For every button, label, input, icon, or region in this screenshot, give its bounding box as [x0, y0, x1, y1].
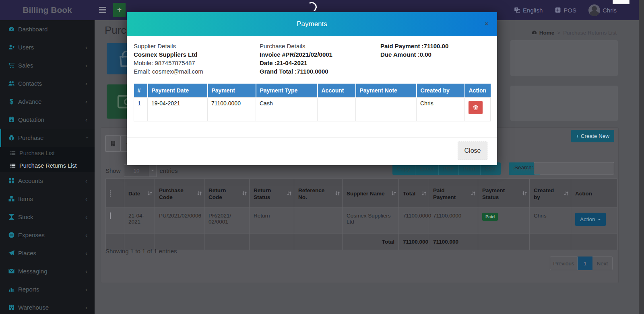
- receipt-icon: [110, 140, 116, 147]
- payments-modal: Payments × Supplier Details Cosmex Suppl…: [127, 12, 497, 165]
- box-icon: [8, 134, 15, 141]
- sidebar-item-accounts[interactable]: Accounts ‹: [0, 172, 95, 190]
- col-payment-note: Payment Note: [356, 84, 417, 98]
- sort-icon: [564, 191, 569, 196]
- language-menu[interactable]: English: [514, 7, 543, 14]
- supplier-details-heading: Supplier Details: [134, 42, 203, 50]
- cell-reference-no: [294, 208, 343, 234]
- col-date[interactable]: Date: [124, 179, 155, 208]
- sidebar-item-quotation[interactable]: Quotation ‹: [0, 111, 95, 129]
- sidebar-item-stock[interactable]: Stock ‹: [0, 208, 95, 226]
- quick-add-button[interactable]: +: [113, 3, 126, 17]
- row-action-button[interactable]: Action: [575, 213, 606, 226]
- col-payment-type: Payment Type: [256, 84, 318, 98]
- sidebar-item-purchase-returns-list[interactable]: Purchase Returns List: [0, 159, 95, 172]
- next-page-button[interactable]: Next: [592, 257, 613, 270]
- col-total[interactable]: Total: [399, 179, 429, 208]
- cell-account: [318, 98, 356, 121]
- plus-icon: +: [117, 5, 122, 14]
- search-input[interactable]: [534, 162, 614, 174]
- cell-num: 1: [134, 98, 148, 121]
- page-length-select[interactable]: 10: [124, 164, 157, 177]
- purchase-details-heading: Purchase Details: [260, 42, 332, 50]
- col-return-code[interactable]: ReturnCode: [204, 179, 250, 208]
- page-1-button[interactable]: 1: [578, 257, 592, 270]
- payments-table: # Payment Date Payment Payment Type Acco…: [134, 84, 491, 121]
- app-brand[interactable]: Billing Book: [0, 0, 95, 20]
- close-button[interactable]: Close: [458, 142, 487, 160]
- cell-created-by: Chris: [417, 98, 465, 121]
- chevron-left-icon: ‹: [85, 268, 87, 275]
- menu-icon[interactable]: [99, 7, 106, 13]
- dollar-icon: $: [8, 98, 15, 105]
- col-created-by[interactable]: Createdby: [530, 179, 571, 208]
- cell-payment-note: [356, 98, 417, 121]
- col-return-status[interactable]: ReturnStatus: [250, 179, 294, 208]
- sidebar-item-items[interactable]: Items ‹: [0, 190, 95, 208]
- col-paid-payment[interactable]: PaidPayment: [429, 179, 478, 208]
- select-all-checkbox[interactable]: [110, 190, 111, 197]
- pos-button[interactable]: POS: [555, 7, 576, 14]
- cell-payment-status: Paid: [478, 208, 530, 234]
- purchase-grand-total: Grand Total :71100.0000: [260, 67, 332, 76]
- purchase-date: Date :21-04-2021: [260, 59, 332, 67]
- list-icon: [10, 150, 16, 156]
- table-info: Showing 1 to 1 of 1 entries: [105, 248, 177, 254]
- sidebar: Dashboard Users ‹ Sales ‹ Contacts ‹ $ A…: [0, 20, 95, 314]
- row-checkbox[interactable]: [110, 212, 111, 219]
- footer-total-value: 71100.000: [399, 234, 429, 250]
- summary-card-4: [510, 86, 618, 121]
- chevron-down-icon: [149, 165, 156, 176]
- create-new-button[interactable]: + Create New: [571, 130, 614, 142]
- table-footer-row: Total 71100.000 71100.000: [106, 234, 617, 250]
- col-payment-status[interactable]: PaymentStatus: [478, 179, 530, 208]
- envelope-icon: [8, 268, 15, 275]
- sidebar-item-purchase-list[interactable]: Purchase List: [0, 147, 95, 159]
- sidebar-item-users[interactable]: Users ‹: [0, 38, 95, 56]
- sidebar-item-places[interactable]: Places ‹: [0, 244, 95, 262]
- col-supplier-name[interactable]: Supplier Name: [343, 179, 399, 208]
- sidebar-item-sales[interactable]: Sales ‹: [0, 56, 95, 74]
- receipt-view-button[interactable]: [105, 135, 121, 152]
- sort-icon: [242, 191, 247, 196]
- breadcrumb-home[interactable]: Home: [531, 30, 555, 36]
- user-menu[interactable]: Chris: [588, 4, 617, 16]
- cell-payment-date: 19-04-2021: [148, 98, 208, 121]
- chevron-left-icon: ‹: [85, 232, 87, 238]
- sidebar-item-dashboard[interactable]: Dashboard: [0, 20, 95, 38]
- paid-payment: Paid Payment :71100.00: [380, 42, 448, 50]
- pagination: Previous 1 Next: [550, 257, 613, 270]
- col-created-by: Created by: [417, 84, 465, 98]
- dashboard-icon: [531, 30, 537, 36]
- cell-purchase-code: PU/2021/02/0006: [155, 208, 204, 234]
- sidebar-item-advance[interactable]: $ Advance ‹: [0, 92, 95, 111]
- page-length-control: Show 10 entries: [105, 164, 178, 177]
- sidebar-item-messaging[interactable]: Messaging ‹: [0, 262, 95, 280]
- col-reference-no[interactable]: ReferenceNo.: [294, 179, 343, 208]
- select-all-header[interactable]: [106, 179, 124, 208]
- summary-card-3: [510, 40, 618, 76]
- chevron-left-icon: ‹: [85, 213, 87, 220]
- entries-label: entries: [160, 167, 178, 174]
- footer-total-label: Total: [343, 234, 399, 250]
- chevron-left-icon: ‹: [85, 250, 87, 257]
- sidebar-item-reports[interactable]: Reports ‹: [0, 280, 95, 298]
- scrollbar[interactable]: [639, 0, 644, 314]
- avatar: [588, 4, 600, 16]
- chevron-down-icon: ‹: [83, 137, 90, 139]
- close-icon[interactable]: ×: [485, 21, 488, 27]
- sort-icon: [335, 191, 340, 196]
- breadcrumb-current: Purchase Returns List: [563, 30, 617, 36]
- purchase-returns-table: Date PurchaseCode ReturnCode ReturnStatu…: [105, 179, 617, 250]
- sidebar-item-expenses[interactable]: Expenses ‹: [0, 226, 95, 244]
- previous-page-button[interactable]: Previous: [550, 257, 578, 270]
- col-purchase-code[interactable]: PurchaseCode: [155, 179, 204, 208]
- sidebar-item-purchase[interactable]: Purchase ‹: [0, 129, 95, 147]
- supplier-mobile: Mobile: 987457875487: [134, 59, 203, 67]
- delete-payment-button[interactable]: [469, 101, 483, 114]
- sort-icon: [522, 191, 527, 196]
- modal-title: Payments: [127, 12, 497, 36]
- sidebar-item-contacts[interactable]: Contacts ‹: [0, 74, 95, 92]
- sidebar-item-warehouse[interactable]: Warehouse ‹: [0, 298, 95, 314]
- col-payment-date: Payment Date: [148, 84, 208, 98]
